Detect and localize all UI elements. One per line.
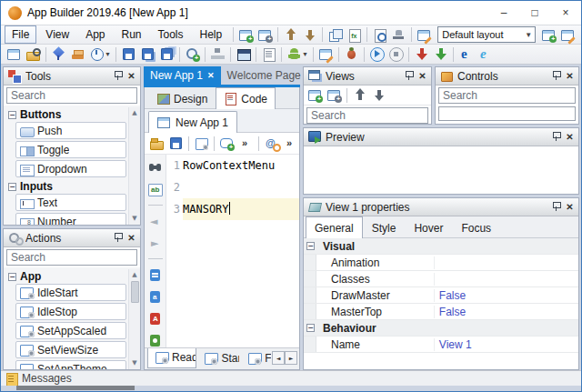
code-line[interactable] [183, 176, 299, 198]
download-red-button[interactable] [412, 45, 431, 64]
scroll-down-icon[interactable]: ▼ [129, 213, 141, 225]
close-icon[interactable]: ✕ [125, 69, 138, 83]
export-stamp-button[interactable] [389, 25, 408, 44]
tab-code[interactable]: Code [216, 87, 276, 109]
browser-window-button[interactable] [234, 45, 253, 64]
ie-e-button[interactable] [476, 45, 495, 64]
doc-fx-button[interactable] [345, 25, 364, 44]
chev-button[interactable] [236, 135, 256, 153]
tool-item-toggle[interactable]: Toggle [15, 141, 126, 158]
close-icon[interactable]: ✕ [563, 69, 577, 83]
history-clock-button[interactable] [87, 45, 106, 64]
collapse-icon[interactable]: − [8, 273, 16, 281]
pin-icon[interactable] [549, 200, 563, 214]
menu-tools[interactable]: Tools [151, 25, 191, 44]
edge-e-button[interactable] [457, 45, 476, 64]
android-button[interactable] [285, 45, 304, 64]
messages-tab[interactable]: Messages [22, 372, 72, 385]
action-item-setapptheme[interactable]: SetAppTheme [15, 360, 126, 369]
binoculars-button[interactable] [146, 158, 165, 176]
action-item-idlestart[interactable]: IdleStart [15, 284, 126, 301]
tools-scrollbar[interactable]: ▲ ▼ [128, 107, 140, 225]
doc-pdf-button[interactable] [146, 309, 165, 327]
tool-item-number[interactable]: Number [15, 213, 126, 225]
comment-add-button[interactable] [217, 135, 236, 153]
collapse-icon[interactable]: − [8, 111, 16, 119]
action-item-setviewsize[interactable]: SetViewSize [15, 341, 126, 358]
layout-combobox[interactable]: Default layout ▼ [437, 26, 536, 43]
nav-forward-button[interactable] [146, 234, 165, 252]
property-group-visual[interactable]: −Visual [304, 238, 578, 255]
doc-html-button[interactable] [146, 287, 165, 306]
save-button[interactable] [119, 45, 138, 64]
tab-design[interactable]: Design [148, 88, 216, 108]
menu-file[interactable]: File [5, 25, 36, 44]
menu-run[interactable]: Run [115, 25, 149, 44]
properties-tab-hover[interactable]: Hover [405, 218, 452, 237]
doc-search-button[interactable] [370, 25, 389, 44]
minimize-button[interactable]: – [488, 1, 519, 25]
maximize-button[interactable]: □ [519, 1, 550, 25]
layout-add-button[interactable] [539, 25, 558, 44]
tab-new-app-1[interactable]: New App 1 ✕ [144, 66, 221, 85]
save-all-button[interactable] [157, 45, 176, 64]
save-as-button[interactable] [138, 45, 157, 64]
property-value[interactable]: False [435, 306, 578, 318]
stop-circle-button[interactable] [386, 45, 406, 64]
collapse-icon[interactable]: − [8, 183, 16, 191]
pin-icon[interactable] [549, 69, 563, 83]
tab-welcome-page[interactable]: Welcome Page [221, 66, 307, 85]
pin-icon[interactable] [402, 69, 416, 83]
menu-help[interactable]: Help [193, 25, 230, 44]
property-row-classes[interactable]: Classes [304, 271, 578, 287]
window-add-button[interactable] [236, 25, 256, 44]
doc-text-button[interactable] [259, 45, 278, 64]
view-new-button[interactable] [325, 86, 344, 105]
window-new2-button[interactable] [5, 45, 24, 64]
property-row-drawmaster[interactable]: DrawMasterFalse [304, 287, 578, 304]
subtab-new-app-1[interactable]: New App 1 [148, 111, 237, 133]
controls-listbox[interactable] [438, 106, 576, 121]
code-text-area[interactable]: RowContextMenuMANSORY [183, 155, 299, 347]
import-tray-button[interactable] [68, 45, 87, 64]
arrow-down-button[interactable] [300, 25, 319, 44]
folder-open-button[interactable] [147, 135, 166, 153]
close-icon[interactable]: ✕ [125, 231, 138, 245]
chev2-button[interactable] [281, 135, 300, 153]
close-button[interactable]: × [550, 1, 581, 25]
arrow-up-button[interactable] [281, 25, 300, 44]
scroll-right-icon[interactable]: ► [285, 351, 297, 365]
search-at-button[interactable] [262, 135, 281, 153]
event-tab-ready[interactable]: Ready [147, 348, 196, 368]
nav-back-button[interactable] [146, 212, 165, 230]
doc-blue-button[interactable] [146, 266, 165, 284]
replace-ab-button[interactable] [146, 180, 165, 198]
property-row-name[interactable]: NameView 1 [304, 337, 578, 353]
scroll-thumb[interactable] [131, 281, 139, 303]
property-value[interactable]: False [435, 289, 578, 302]
tools-search-input[interactable] [6, 87, 137, 104]
code-line[interactable]: RowContextMenu [183, 155, 299, 176]
actions-search-input[interactable] [6, 249, 137, 266]
scroll-up-icon[interactable]: ▲ [129, 269, 141, 281]
property-value[interactable]: View 1 [435, 338, 578, 351]
copy-pages-button[interactable] [326, 25, 345, 44]
properties-tab-focus[interactable]: Focus [452, 218, 500, 237]
close-icon[interactable]: ✕ [563, 130, 577, 144]
resize-grip[interactable] [16, 386, 135, 390]
collapse-icon[interactable]: − [306, 242, 315, 250]
window-new-button[interactable] [256, 25, 275, 44]
layout-edit-button[interactable] [558, 25, 577, 44]
event-tab-f[interactable]: F [240, 348, 272, 368]
script-gear-button[interactable] [192, 135, 211, 153]
arrow-down2-button[interactable] [369, 86, 388, 105]
chevron-down-icon[interactable]: ▼ [302, 51, 308, 57]
actions-scrollbar[interactable]: ▲ ▼ [128, 269, 140, 369]
pin-icon[interactable] [111, 69, 125, 83]
debug-bug-button[interactable] [342, 45, 361, 64]
zoom-add-button[interactable] [183, 45, 202, 64]
property-group-behaviour[interactable]: −Behaviour [304, 320, 578, 337]
arrow-up2-button[interactable] [350, 86, 369, 105]
event-tab-start[interactable]: Start [196, 348, 240, 368]
property-row-animation[interactable]: Animation [304, 255, 578, 271]
